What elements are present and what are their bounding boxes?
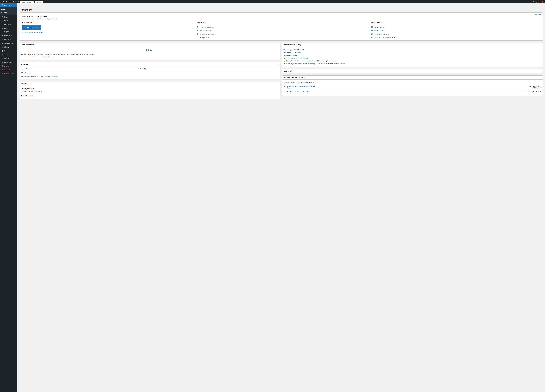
dev-notes-link[interactable]: WordPress 5.6 Dev Notes [284,52,301,54]
collapse-icon [1,73,4,75]
commits-link[interactable]: commits for the milestone [292,57,308,59]
document-icon [1,27,4,29]
or-text: or, change your theme completely [22,32,192,33]
events-title: WordPress Events and News [284,77,305,78]
toggle-beta[interactable]: ▴ [541,44,541,46]
learn-more-link[interactable]: Learn more about getting started [374,37,395,38]
welcome-subtitle: We've assembled some links to get you st… [22,18,542,20]
pub-title-link[interactable]: Hello world! [35,91,42,92]
svg-point-3 [2,39,2,39]
glance-posts-link[interactable]: 1 Post [24,68,28,70]
menu-brightcove[interactable]: Brightcove [0,37,18,41]
sliders-icon [1,57,4,59]
write-icon [197,26,198,28]
wp-logo[interactable] [1,0,5,4]
toggle-glance[interactable]: ▴ [278,64,279,65]
menu-elasticpress[interactable]: ElasticPress [0,61,18,64]
customize-site-button[interactable]: Customize Your Site [22,25,41,30]
welcome-title: Welcome to WordPress! [22,15,542,18]
menu-posts[interactable]: Posts [0,15,18,19]
glance-comments-link[interactable]: 1 Comment [24,72,31,74]
menu-print[interactable]: Print [0,26,18,30]
site-name[interactable]: 10up [5,0,12,4]
event-location: Online [287,87,526,89]
calendar-icon [284,91,286,93]
svg-point-15 [2,73,3,74]
add-about-link[interactable]: Add an About page [200,30,212,31]
media-icon [1,20,4,22]
comments-toggle-link[interactable]: Turn comments on or off [374,33,390,35]
toggle-activity[interactable]: ▴ [278,83,279,84]
event-title[interactable]: WordPress Wednesday (Remote!) [287,91,524,93]
widgets-icon [371,26,373,28]
activity-title: Activity [21,83,27,84]
beta-title: WordPress Beta Testing [284,44,301,46]
menu-comments[interactable]: Comments [0,34,18,37]
theme-link[interactable]: Twenty Twenty [44,75,54,77]
collapse-menu[interactable]: Collapse menu [0,72,18,75]
toggle-quick-draft[interactable]: ▾ [541,70,541,72]
health-status: Good [150,49,154,51]
site-health-box: Site Health Status▴ Good Your site's hea… [20,43,280,60]
event-title[interactable]: Sacramento WordPress Meetup (Remote) [287,85,526,87]
toggle-events[interactable]: ▴ [541,77,541,78]
beta1-link[interactable]: WordPress 5.6 Beta 1 [284,54,298,56]
write-post-link[interactable]: Write your first blog post [200,26,215,28]
brush-icon [1,42,4,44]
svg-rect-23 [284,86,285,87]
my-account[interactable]: Howdy, 10up [532,0,544,4]
menu-podcasts[interactable]: Podcasts [0,23,18,26]
menu-media[interactable]: Media [0,19,18,23]
menu-pages[interactable]: Pages [0,30,18,34]
svg-point-6 [2,50,3,51]
site-health-title: Site Health Status [21,44,34,46]
menu-appearance[interactable]: Appearance [0,42,18,45]
submenu-home[interactable]: Home [0,8,18,11]
svg-point-9 [2,59,2,59]
manage-menus-link[interactable]: Manage menus [374,30,384,31]
svg-rect-2 [2,24,3,24]
plus-icon [197,30,198,32]
activity-box: Activity▴ Recently Published May 14th, 3… [20,82,280,99]
comment-icon [1,35,4,36]
toggle-site-health[interactable]: ▴ [278,44,279,46]
comments-bubble[interactable]: 0 [12,0,17,4]
menu-settings[interactable]: Settings [0,56,18,60]
site-health-screen-link[interactable]: Site Health screen [42,56,54,58]
beta-settings-link[interactable]: WordPress Beta Tester Settings [295,63,316,65]
svg-text:AI: AI [2,70,3,70]
menu-dashboard[interactable]: Dashboard [0,4,18,7]
menu-classifai[interactable]: AIClassifAI [0,68,18,72]
screen-options-button[interactable]: Screen Options ▼ [20,1,34,4]
submenu-updates[interactable]: Updates [0,11,18,14]
trac-ticket-link[interactable]: trac ticket [307,60,313,62]
manage-widgets-link[interactable]: Manage widgets [374,26,384,28]
brightcove-icon [1,38,4,40]
dashboard-icon [1,4,4,6]
setup-homepage-link[interactable]: Set up your homepage [200,33,214,35]
home-icon [197,33,198,35]
submenu-dashboard: Home Updates [0,7,18,15]
svg-rect-19 [371,26,372,27]
change-theme-link[interactable]: change your theme completely [24,32,43,33]
quick-draft-title: Quick Draft [284,70,292,72]
dismiss-welcome[interactable]: Dismiss [534,14,541,15]
health-cta: Take a look at the 5 items on the Site H… [21,56,279,58]
view-site-link[interactable]: View your site [200,37,209,38]
events-box: WordPress Events and News▴ Attend an upc… [282,75,543,96]
help-button[interactable]: Help ▼ [35,1,43,4]
page-title: Dashboard [20,8,32,12]
user-icon [1,50,4,52]
menu-users[interactable]: Users [0,49,18,53]
edit-location-icon[interactable] [313,82,314,83]
menu-tools[interactable]: Tools [0,53,18,56]
plug-icon [1,46,4,48]
wrench-icon [1,54,4,55]
menu-plugins[interactable]: Plugins [0,45,18,49]
view-icon [197,36,198,39]
menus-icon [371,30,373,32]
glance-pages-link[interactable]: 1 Page [142,68,147,70]
pages-icon [139,68,141,70]
calendar-icon [284,86,286,88]
menu-distributor[interactable]: Distributor [0,64,18,68]
